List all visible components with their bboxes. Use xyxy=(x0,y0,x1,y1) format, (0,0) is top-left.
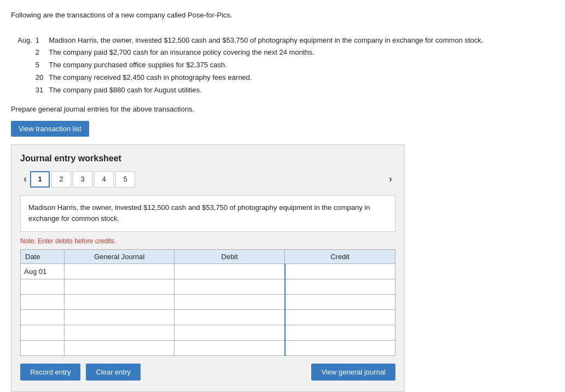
debit-cell-5[interactable] xyxy=(174,325,285,341)
debit-input-6[interactable] xyxy=(174,341,284,355)
date-cell-1: Aug 01 xyxy=(21,264,65,279)
tab-next-arrow[interactable]: › xyxy=(386,172,395,186)
day-31: 31 xyxy=(36,85,48,96)
journal-cell-6[interactable] xyxy=(65,341,174,356)
prepare-text: Prepare general journal entries for the … xyxy=(11,105,554,113)
view-transaction-button[interactable]: View transaction list xyxy=(11,121,89,137)
debit-cell-3[interactable] xyxy=(174,295,285,310)
tab-navigation: ‹ 1 2 3 4 5 › xyxy=(20,171,395,188)
debit-cell-1[interactable] xyxy=(174,264,285,279)
credit-cell-1[interactable] xyxy=(285,264,395,279)
col-header-debit: Debit xyxy=(174,250,285,264)
debit-cell-4[interactable] xyxy=(174,310,285,325)
date-cell-2 xyxy=(21,279,65,295)
journal-input-2[interactable] xyxy=(65,279,174,294)
col-header-journal: General Journal xyxy=(65,250,174,264)
clear-entry-button[interactable]: Clear entry xyxy=(86,364,141,381)
debit-input-5[interactable] xyxy=(174,325,284,340)
journal-table: Date General Journal Debit Credit Aug 01 xyxy=(20,249,395,356)
trans-2: The company paid $2,700 cash for an insu… xyxy=(49,47,483,58)
debit-cell-2[interactable] xyxy=(174,279,285,295)
view-general-journal-button[interactable]: View general journal xyxy=(311,364,395,381)
trans-4: The company received $2,450 cash in phot… xyxy=(49,72,483,84)
credit-input-1[interactable] xyxy=(286,264,395,279)
day-5: 5 xyxy=(36,60,48,71)
debit-input-2[interactable] xyxy=(174,279,284,294)
worksheet-container: Journal entry worksheet ‹ 1 2 3 4 5 › Ma… xyxy=(11,144,405,392)
day-1: 1 xyxy=(36,35,48,46)
tab-5[interactable]: 5 xyxy=(115,171,135,188)
credit-input-6[interactable] xyxy=(286,341,395,355)
date-cell-4 xyxy=(21,310,65,325)
transaction-description: Madison Harris, the owner, invested $12,… xyxy=(20,195,395,232)
date-cell-3 xyxy=(21,295,65,310)
trans-1: Madison Harris, the owner, invested $12,… xyxy=(49,35,483,46)
credit-cell-5[interactable] xyxy=(285,325,395,341)
table-row xyxy=(21,325,395,341)
worksheet-title: Journal entry worksheet xyxy=(20,154,395,163)
table-row xyxy=(21,279,395,295)
journal-cell-1[interactable] xyxy=(65,264,174,279)
month-label: Aug. xyxy=(18,35,34,46)
record-entry-button[interactable]: Record entry xyxy=(20,364,80,381)
credit-cell-3[interactable] xyxy=(285,295,395,310)
tab-1[interactable]: 1 xyxy=(30,171,50,188)
journal-cell-3[interactable] xyxy=(65,295,174,310)
tab-prev-arrow[interactable]: ‹ xyxy=(20,172,30,186)
debit-input-1[interactable] xyxy=(174,264,284,279)
journal-input-5[interactable] xyxy=(65,325,174,340)
credit-input-4[interactable] xyxy=(286,310,395,325)
date-cell-6 xyxy=(21,341,65,356)
col-header-date: Date xyxy=(21,250,65,264)
debit-input-4[interactable] xyxy=(174,310,284,325)
trans-5: The company paid $880 cash for August ut… xyxy=(49,85,483,96)
intro-heading: Following are the transactions of a new … xyxy=(11,10,554,21)
table-row xyxy=(21,341,395,356)
day-20: 20 xyxy=(36,72,48,84)
credit-cell-6[interactable] xyxy=(285,341,395,356)
trans-3: The company purchased office supplies fo… xyxy=(49,60,483,71)
actions-row: Record entry Clear entry View general jo… xyxy=(20,364,395,381)
table-row: Aug 01 xyxy=(21,264,395,279)
debit-cell-6[interactable] xyxy=(174,341,285,356)
table-row xyxy=(21,295,395,310)
journal-cell-4[interactable] xyxy=(65,310,174,325)
note-text: Note: Enter debits before credits. xyxy=(20,237,395,245)
journal-input-6[interactable] xyxy=(65,341,174,355)
date-cell-5 xyxy=(21,325,65,341)
credit-input-3[interactable] xyxy=(286,295,395,309)
tab-2[interactable]: 2 xyxy=(51,171,71,188)
tab-4[interactable]: 4 xyxy=(94,171,114,188)
day-2: 2 xyxy=(36,47,48,58)
credit-input-5[interactable] xyxy=(286,325,395,340)
tab-3[interactable]: 3 xyxy=(73,171,92,188)
journal-cell-5[interactable] xyxy=(65,325,174,341)
table-row xyxy=(21,310,395,325)
credit-cell-4[interactable] xyxy=(285,310,395,325)
col-header-credit: Credit xyxy=(285,250,395,264)
credit-cell-2[interactable] xyxy=(285,279,395,295)
journal-input-4[interactable] xyxy=(65,310,174,325)
intro-section: Following are the transactions of a new … xyxy=(11,10,554,97)
journal-input-3[interactable] xyxy=(65,295,174,309)
journal-cell-2[interactable] xyxy=(65,279,174,295)
credit-input-2[interactable] xyxy=(286,279,395,294)
journal-input-1[interactable] xyxy=(65,264,174,279)
debit-input-3[interactable] xyxy=(174,295,284,309)
